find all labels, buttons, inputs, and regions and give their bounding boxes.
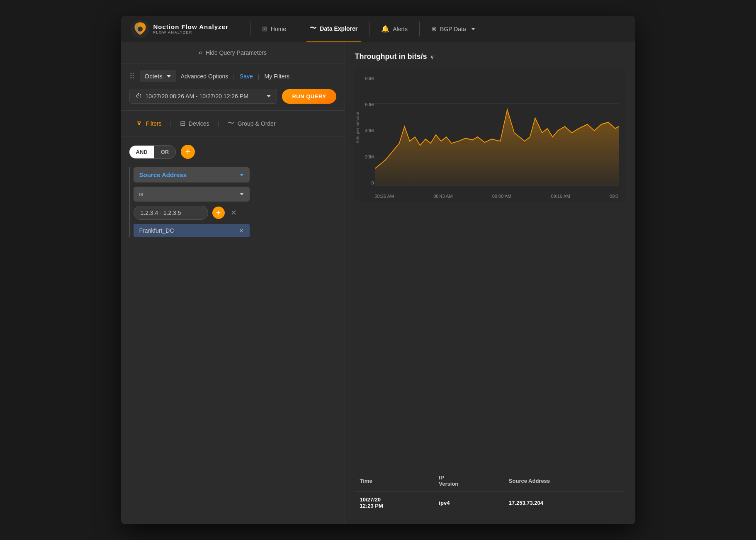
nav-data-explorer-label: Data Explorer	[320, 25, 357, 32]
tab-devices[interactable]: ⊟ Devices	[173, 116, 216, 131]
noction-logo-icon	[131, 20, 149, 38]
pipe-sep-1: |	[233, 73, 235, 80]
filter-tag-remove-button[interactable]: ✕	[239, 227, 244, 234]
source-address-dropdown[interactable]: Source Address	[134, 167, 250, 182]
add-value-button[interactable]: +	[212, 207, 225, 219]
time-range-selector[interactable]: ⏱ 10/27/20 08:26 AM - 10/27/20 12:26 PM	[129, 89, 277, 104]
tab-sep-2: |	[218, 120, 219, 127]
data-table: Time IPVersion Source Address 10/27/2012…	[355, 470, 625, 514]
time-row: ⏱ 10/27/20 08:26 AM - 10/27/20 12:26 PM …	[129, 89, 336, 104]
nav-divider-2	[298, 22, 298, 36]
nav-logo-text: Noction Flow Analyzer FLOW ANALYZER	[153, 23, 229, 34]
query-options-row: ⠿ Octets Advanced Options | Save | My Fi…	[129, 70, 336, 82]
col-source-address: Source Address	[504, 470, 625, 491]
filter-operator-dropdown[interactable]: is	[134, 187, 250, 202]
source-address-chevron-icon	[240, 174, 244, 176]
nav-bar: Noction Flow Analyzer FLOW ANALYZER ⊞ Ho…	[121, 16, 635, 42]
advanced-options-link[interactable]: Advanced Options	[181, 73, 228, 80]
group-order-icon: 〜	[228, 119, 234, 128]
home-icon: ⊞	[262, 25, 267, 33]
time-range-label: 10/27/20 08:26 AM - 10/27/20 12:26 PM	[146, 93, 248, 100]
filter-operator-label: is	[139, 191, 143, 197]
filter-inputs: Source Address is	[134, 167, 336, 237]
y-label-0: 0	[371, 180, 374, 185]
tab-devices-label: Devices	[189, 120, 209, 127]
filter-tabs: ⛛ Filters | ⊟ Devices | 〜 Group & Order	[121, 111, 345, 136]
chart-title-dropdown-icon[interactable]: ∨	[430, 54, 434, 60]
table-header: Time IPVersion Source Address	[355, 470, 625, 491]
table-body: 10/27/2012:23 PM ipv4 17.253.73.204	[355, 491, 625, 514]
nav-logo: Noction Flow Analyzer FLOW ANALYZER	[131, 20, 229, 38]
y-label-40m: 40M	[365, 128, 374, 133]
my-filters-link[interactable]: My Filters	[264, 73, 289, 80]
save-link[interactable]: Save	[240, 73, 253, 80]
filter-connector	[129, 167, 130, 237]
chart-svg	[375, 76, 619, 185]
app-window: Noction Flow Analyzer FLOW ANALYZER ⊞ Ho…	[121, 16, 635, 524]
chart-container: 80M 60M 40M 20M 0 Bits per second	[355, 69, 625, 202]
filter-type-row: Source Address	[134, 167, 336, 182]
time-range-chevron-icon	[267, 95, 271, 97]
hide-query-bar[interactable]: « Hide Query Parameters	[121, 42, 345, 63]
nav-divider-1	[250, 22, 250, 36]
add-filter-button[interactable]: +	[181, 145, 195, 159]
pipe-sep-2: |	[258, 73, 260, 80]
tab-filters[interactable]: ⛛ Filters	[129, 117, 168, 131]
nav-alerts-label: Alerts	[393, 26, 408, 32]
alerts-icon: 🔔	[381, 25, 389, 33]
table-row: 10/27/2012:23 PM ipv4 17.253.73.204	[355, 491, 625, 514]
bgp-icon: ⊗	[431, 25, 437, 33]
chart-section: Throughput in bits/s ∨ 80M 60M 40M 20M 0…	[345, 42, 635, 470]
tab-sep-1: |	[170, 120, 172, 127]
cell-time: 10/27/2012:23 PM	[355, 491, 434, 514]
grid-dots-icon[interactable]: ⠿	[129, 72, 135, 81]
app-subtitle: FLOW ANALYZER	[153, 30, 229, 34]
or-button[interactable]: OR	[154, 145, 176, 159]
cell-ip-version: ipv4	[434, 491, 504, 514]
tab-filters-label: Filters	[146, 120, 162, 127]
nav-home[interactable]: ⊞ Home	[259, 16, 289, 42]
x-label-3: 09:00 AM	[492, 194, 511, 199]
filter-operator-chevron-icon	[240, 193, 244, 195]
grid-line-bottom	[375, 185, 619, 186]
nav-alerts[interactable]: 🔔 Alerts	[378, 16, 411, 42]
filter-funnel-icon: ⛛	[136, 120, 143, 127]
nav-bgp-data[interactable]: ⊗ BGP Data	[428, 16, 479, 42]
nav-data-explorer[interactable]: 〜 Data Explorer	[306, 16, 361, 42]
x-label-4: 09:16 AM	[551, 194, 570, 199]
y-axis-title: Bits per second	[355, 112, 360, 143]
chart-title: Throughput in bits/s	[355, 52, 427, 61]
chart-x-axis: 08:26 AM 08:43 AM 09:00 AM 09:16 AM 09:3	[375, 194, 619, 199]
source-address-label: Source Address	[139, 171, 187, 178]
and-or-row: AND OR +	[129, 145, 336, 159]
x-label-5: 09:3	[610, 194, 618, 199]
col-ip-version: IPVersion	[434, 470, 504, 491]
clock-icon: ⏱	[136, 92, 142, 100]
run-query-button[interactable]: RUN QUERY	[282, 89, 336, 104]
filter-block: Source Address is	[129, 167, 336, 237]
metric-dropdown[interactable]: Octets	[140, 70, 176, 82]
x-label-1: 08:26 AM	[375, 194, 394, 199]
filter-value-input[interactable]: 1.2.3.4 - 1.2.3.5	[134, 206, 208, 220]
filter-builder: AND OR + Source Address	[121, 136, 345, 246]
query-section: ⠿ Octets Advanced Options | Save | My Fi…	[121, 63, 345, 111]
remove-value-button[interactable]: ✕	[229, 207, 238, 219]
tab-group-order-label: Group & Order	[238, 120, 276, 127]
and-button[interactable]: AND	[129, 146, 154, 158]
nav-home-label: Home	[271, 26, 286, 32]
bgp-dropdown-icon	[471, 28, 475, 30]
data-explorer-icon: 〜	[310, 24, 316, 33]
table-header-row: Time IPVersion Source Address	[355, 470, 625, 491]
devices-icon: ⊟	[180, 119, 185, 127]
nav-divider-4	[419, 22, 420, 36]
col-time: Time	[355, 470, 434, 491]
connector-line	[129, 167, 130, 237]
x-label-2: 08:43 AM	[433, 194, 452, 199]
filter-operator-row: is	[134, 187, 336, 202]
hide-query-label: Hide Query Parameters	[206, 49, 267, 56]
left-panel: « Hide Query Parameters ⠿ Octets Advance…	[121, 42, 345, 524]
filter-value-row: 1.2.3.4 - 1.2.3.5 + ✕	[134, 206, 336, 220]
metric-label: Octets	[145, 73, 163, 80]
tab-group-order[interactable]: 〜 Group & Order	[221, 116, 282, 131]
svg-point-1	[138, 27, 143, 32]
